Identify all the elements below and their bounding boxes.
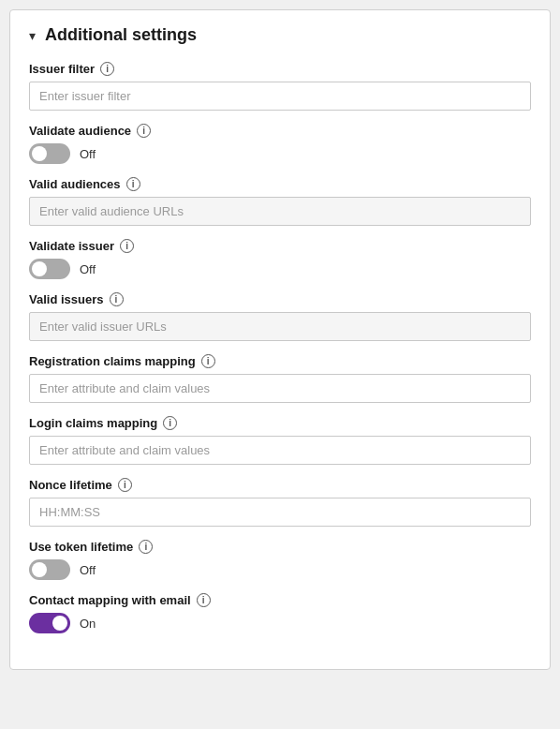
issuer-filter-input[interactable] [29,82,531,111]
validate-issuer-toggle[interactable] [29,259,70,279]
contact-mapping-with-email-label: Contact mapping with email i [29,593,531,607]
use-token-lifetime-toggle[interactable] [29,559,70,580]
issuer-filter-label: Issuer filter i [29,62,531,76]
use-token-lifetime-toggle-row: Off [29,559,531,580]
additional-settings-card: ▾ Additional settings Issuer filter i Va… [9,9,551,670]
validate-audience-toggle[interactable] [29,143,70,164]
use-token-lifetime-toggle-label: Off [80,563,96,577]
valid-audiences-info-icon[interactable]: i [126,177,140,191]
nonce-lifetime-info-icon[interactable]: i [118,478,132,492]
login-claims-mapping-group: Login claims mapping i [29,416,531,465]
use-token-lifetime-info-icon[interactable]: i [139,540,153,554]
chevron-icon[interactable]: ▾ [29,28,36,43]
registration-claims-mapping-group: Registration claims mapping i [29,354,531,403]
valid-issuers-info-icon[interactable]: i [110,292,124,306]
contact-mapping-with-email-toggle-row: On [29,613,531,633]
login-claims-mapping-input[interactable] [29,436,531,465]
nonce-lifetime-group: Nonce lifetime i [29,478,531,527]
validate-issuer-toggle-row: Off [29,259,531,279]
validate-issuer-label: Validate issuer i [29,239,531,253]
contact-mapping-with-email-group: Contact mapping with email i On [29,593,531,633]
valid-audiences-group: Valid audiences i [29,177,531,226]
section-header: ▾ Additional settings [29,25,531,45]
validate-audience-toggle-row: Off [29,143,531,164]
use-token-lifetime-group: Use token lifetime i Off [29,540,531,580]
validate-audience-label: Validate audience i [29,124,531,138]
validate-audience-info-icon[interactable]: i [137,124,151,138]
validate-issuer-info-icon[interactable]: i [120,239,134,253]
contact-mapping-with-email-toggle[interactable] [29,613,70,633]
valid-audiences-label: Valid audiences i [29,177,531,191]
section-title: Additional settings [45,25,197,45]
login-claims-mapping-info-icon[interactable]: i [163,416,177,430]
issuer-filter-info-icon[interactable]: i [100,62,114,76]
validate-audience-toggle-label: Off [80,147,96,161]
valid-issuers-group: Valid issuers i [29,292,531,341]
contact-mapping-with-email-info-icon[interactable]: i [197,593,211,607]
registration-claims-mapping-input[interactable] [29,374,531,403]
validate-issuer-group: Validate issuer i Off [29,239,531,279]
login-claims-mapping-label: Login claims mapping i [29,416,531,430]
nonce-lifetime-label: Nonce lifetime i [29,478,531,492]
validate-audience-group: Validate audience i Off [29,124,531,164]
valid-audiences-input [29,197,531,226]
registration-claims-mapping-info-icon[interactable]: i [201,354,215,368]
valid-issuers-label: Valid issuers i [29,292,531,306]
issuer-filter-group: Issuer filter i [29,62,531,111]
use-token-lifetime-label: Use token lifetime i [29,540,531,554]
contact-mapping-with-email-toggle-label: On [80,617,96,631]
nonce-lifetime-input[interactable] [29,498,531,527]
valid-issuers-input [29,312,531,341]
registration-claims-mapping-label: Registration claims mapping i [29,354,531,368]
validate-issuer-toggle-label: Off [80,262,96,276]
